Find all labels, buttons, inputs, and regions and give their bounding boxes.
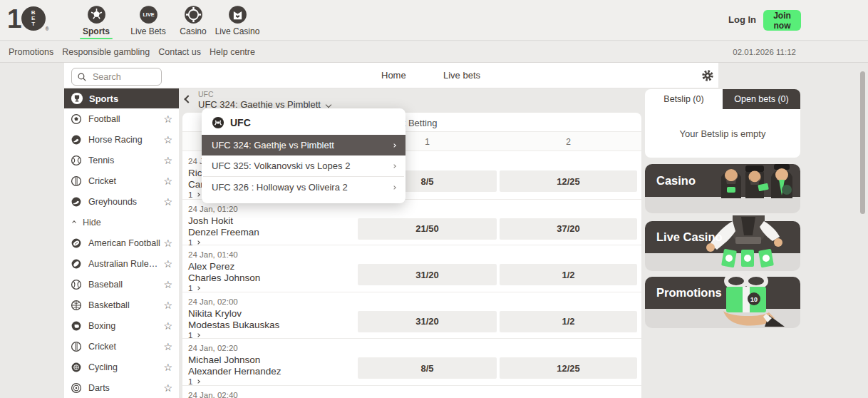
sidebar-item-boxing[interactable]: Boxing ☆	[64, 315, 179, 336]
chevron-down-icon	[326, 101, 331, 107]
sidebar-item-basketball[interactable]: Basketball ☆	[64, 295, 179, 315]
more-markets-link[interactable]: 1	[188, 190, 200, 199]
live-bets-link[interactable]: Live bets	[443, 70, 480, 81]
promotions-banner[interactable]: 10 Promotions	[645, 277, 800, 328]
chevron-right-icon	[197, 379, 201, 384]
odds-button-fighter1[interactable]: 31/20	[358, 264, 497, 285]
sidebar-item-cricket[interactable]: Cricket ☆	[64, 170, 179, 191]
chevron-right-icon	[392, 164, 396, 168]
dropdown-option[interactable]: UFC 326 : Holloway vs Oliveira 2	[202, 177, 405, 198]
dropdown-option[interactable]: UFC 325: Volkanovski vs Lopes 2	[202, 155, 405, 176]
sidebar-item-tennis[interactable]: Tennis ☆	[64, 150, 179, 170]
join-now-button[interactable]: Join now	[763, 10, 801, 31]
sidebar-item-australian-rules[interactable]: Australian Rules Football ☆	[64, 253, 179, 274]
basketball-icon	[71, 300, 82, 311]
help-centre-link[interactable]: Help centre	[210, 47, 255, 57]
odds-button-fighter2[interactable]: 12/25	[500, 170, 637, 192]
favorite-star-icon[interactable]: ☆	[163, 155, 172, 166]
contact-us-link[interactable]: Contact us	[158, 47, 201, 57]
sidebar-item-football[interactable]: Football ☆	[64, 108, 179, 129]
favorite-star-icon[interactable]: ☆	[163, 238, 172, 249]
casino-banner[interactable]: Casino	[645, 164, 800, 213]
tennis-icon	[71, 155, 82, 166]
fight-date: 24 Jan, 02:20	[188, 344, 238, 352]
favorite-star-icon[interactable]: ☆	[163, 362, 172, 373]
favorite-star-icon[interactable]: ☆	[163, 341, 172, 352]
trophy-icon	[71, 92, 83, 105]
odds-button-fighter2[interactable]: 1/2	[500, 311, 637, 332]
back-chevron-icon[interactable]	[184, 95, 192, 103]
dropdown-header: UFC	[202, 108, 405, 135]
search-input[interactable]	[91, 71, 155, 83]
betslip-panel: Your Betslip is empty	[645, 109, 800, 158]
sidebar-item-cricket-2[interactable]: Cricket ☆	[64, 336, 179, 357]
vertical-scrollbar[interactable]	[860, 71, 865, 214]
search-box[interactable]	[71, 68, 162, 86]
nav-sports[interactable]: Sports	[80, 5, 113, 39]
favorite-star-icon[interactable]: ☆	[163, 196, 172, 208]
sports-sidebar: Sports Football ☆ Horse Racing ☆ Tennis …	[64, 88, 179, 398]
hide-sports-toggle[interactable]: Hide	[64, 212, 179, 233]
sidebar-item-american-football[interactable]: American Football ☆	[64, 233, 179, 253]
boxing-icon	[71, 320, 82, 332]
more-markets-link[interactable]: 1	[188, 331, 200, 340]
favorite-star-icon[interactable]: ☆	[163, 382, 172, 394]
nav-sports-label: Sports	[83, 26, 110, 36]
tenbet-logo[interactable]: 1 BET ®	[7, 6, 49, 32]
fighter1-name: Nikita Krylov	[188, 308, 242, 319]
dropdown-option-selected[interactable]: UFC 324: Gaethje vs Pimblett	[202, 135, 405, 155]
live-bets-icon: LIVE	[139, 5, 158, 24]
horse-racing-icon	[71, 134, 82, 146]
responsible-gambling-link[interactable]: Responsible gambling	[62, 47, 150, 57]
fight-row: 24 Jan, 01:40 Alex Perez Charles Johnson…	[182, 245, 641, 292]
favorite-star-icon[interactable]: ☆	[163, 175, 172, 187]
favorite-star-icon[interactable]: ☆	[163, 113, 172, 125]
sidebar-item-greyhounds[interactable]: Greyhounds ☆	[64, 191, 179, 212]
sidebar-item-cycling[interactable]: Cycling ☆	[64, 357, 179, 377]
tab-betslip[interactable]: Betslip (0)	[645, 89, 723, 109]
favorite-star-icon[interactable]: ☆	[163, 279, 172, 290]
odds-button-fighter1[interactable]: 31/20	[358, 311, 497, 332]
greyhound-icon	[71, 196, 82, 208]
more-markets-link[interactable]: 1	[188, 284, 200, 292]
favorite-star-icon[interactable]: ☆	[163, 300, 172, 311]
chevron-right-icon	[392, 185, 396, 190]
sidebar-item-darts[interactable]: Darts ☆	[64, 377, 179, 398]
favorite-star-icon[interactable]: ☆	[163, 258, 172, 270]
sidebar-item-baseball[interactable]: Baseball ☆	[64, 274, 179, 295]
nav-live-bets[interactable]: LIVE Live Bets	[128, 5, 169, 36]
current-datetime: 02.01.2026 11:12	[733, 48, 796, 56]
odds-button-fighter2[interactable]: 1/2	[500, 264, 637, 285]
tab-open-bets[interactable]: Open bets (0)	[723, 89, 800, 109]
dropdown-title: UFC	[230, 117, 251, 128]
fighter1-name: Michael Johnson	[188, 354, 260, 365]
sidebar-item-horse-racing[interactable]: Horse Racing ☆	[64, 129, 179, 150]
promotions-link[interactable]: Promotions	[9, 47, 53, 57]
sidebar-header: Sports	[64, 88, 179, 108]
gear-icon[interactable]	[701, 68, 715, 83]
live-casino-banner[interactable]: Live Casino	[645, 221, 800, 271]
chevron-right-icon	[197, 193, 201, 197]
odds-button-fighter1[interactable]: 21/50	[358, 218, 497, 240]
sidebar-title: Sports	[89, 93, 118, 104]
chevron-up-icon	[72, 220, 76, 225]
toolbar: Home Live bets	[64, 63, 718, 88]
breadcrumb: UFC UFC 324: Gaethje vs Pimblett	[185, 90, 331, 110]
live-casino-icon	[228, 5, 247, 24]
logo-circle: BET	[21, 6, 46, 31]
odds-button-fighter1[interactable]: 8/5	[358, 357, 497, 379]
odds-button-fighter2[interactable]: 37/20	[500, 218, 637, 240]
football-icon	[71, 113, 82, 125]
home-link[interactable]: Home	[381, 70, 406, 81]
fighter2-name: Denzel Freeman	[188, 227, 259, 238]
nav-casino[interactable]: Casino	[177, 5, 209, 36]
odds-button-fighter2[interactable]: 12/25	[500, 357, 637, 379]
log-in-button[interactable]: Log In	[728, 14, 756, 25]
favorite-star-icon[interactable]: ☆	[163, 134, 172, 146]
fighter1-name: Josh Hokit	[188, 215, 233, 226]
nav-live-casino[interactable]: Live Casino	[215, 5, 259, 36]
fight-row: 24 Jan, 02:20 Michael Johnson Alexander …	[182, 339, 641, 386]
favorite-star-icon[interactable]: ☆	[163, 320, 172, 332]
event-dropdown: UFC UFC 324: Gaethje vs Pimblett UFC 325…	[202, 108, 405, 203]
more-markets-link[interactable]: 1	[188, 377, 200, 386]
